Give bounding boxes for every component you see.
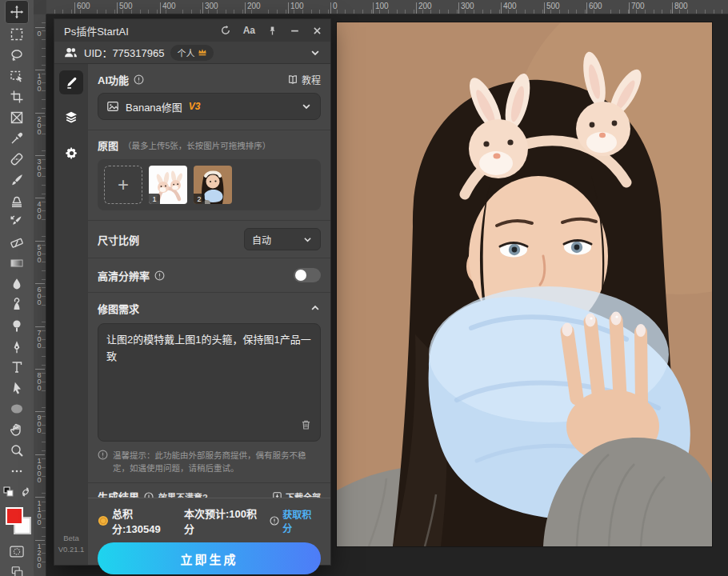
font-size-icon[interactable]: Aa — [243, 25, 255, 36]
panel-footer: 总积分:130549 本次预计:100积分 获取积分 立即生成 — [88, 498, 330, 565]
account-row[interactable]: UID：775317965 个人 — [54, 42, 330, 64]
hd-label: 高清分辨率 — [98, 268, 150, 283]
h-ruler-label: 500 — [546, 2, 560, 10]
info-icon[interactable] — [144, 492, 154, 498]
tool-lasso[interactable] — [0, 45, 34, 66]
horizontal-ruler: 6005004003002001000100200300400500600700… — [34, 0, 728, 14]
tool-frame[interactable] — [0, 107, 34, 128]
portrait-illustration — [337, 22, 712, 546]
h-ruler-label: 200 — [418, 2, 432, 10]
minimize-icon[interactable] — [290, 26, 300, 36]
tool-dodge[interactable] — [0, 315, 34, 336]
beta-version: Beta V0.21.1 — [54, 533, 88, 556]
screen-mode-button[interactable] — [0, 562, 34, 576]
generate-button[interactable]: 立即生成 — [98, 542, 321, 574]
download-icon — [272, 491, 282, 498]
model-name: Banana修图 — [126, 99, 182, 114]
plan-badge[interactable]: 个人 — [170, 45, 214, 61]
h-ruler-label: 800 — [674, 2, 688, 10]
v-ruler-label: 800 — [35, 371, 43, 390]
h-ruler-label: 300 — [205, 2, 218, 10]
zoom-icon — [10, 443, 24, 458]
v-ruler-label: 400 — [35, 200, 43, 219]
image-icon — [106, 100, 119, 113]
h-ruler-label: 100 — [375, 2, 389, 10]
users-icon — [64, 46, 78, 58]
ratio-select[interactable]: 自动 — [244, 228, 321, 250]
tool-pen[interactable] — [0, 336, 34, 357]
tool-type[interactable] — [0, 357, 34, 378]
rail-item-settings[interactable] — [59, 141, 83, 165]
pin-icon[interactable] — [267, 26, 278, 36]
rail-item-edit[interactable] — [59, 70, 83, 94]
crop-icon — [10, 90, 24, 104]
tool-zoom[interactable] — [0, 440, 34, 461]
quick-mask-button[interactable] — [0, 541, 34, 562]
book-icon — [287, 74, 298, 85]
tool-gradient[interactable] — [0, 253, 34, 274]
tool-brush[interactable] — [0, 170, 34, 190]
h-ruler-label: 700 — [631, 2, 645, 10]
tutorial-link[interactable]: 教程 — [287, 73, 321, 86]
v-ruler-label: 1100 — [35, 499, 43, 525]
source-section-title: 原图 — [98, 138, 118, 153]
result-feedback-link[interactable]: 效果不满意? — [158, 490, 208, 498]
tool-clone-stamp[interactable] — [0, 190, 34, 211]
v-ruler-label: 1200 — [35, 542, 43, 568]
path-selection-icon — [10, 381, 24, 395]
tool-crop[interactable] — [0, 86, 34, 107]
hd-toggle[interactable] — [294, 268, 321, 282]
info-icon[interactable] — [154, 270, 165, 281]
pencil-icon — [65, 76, 78, 90]
add-image-button[interactable]: + — [104, 166, 142, 204]
refresh-icon[interactable] — [220, 25, 231, 36]
tool-marquee[interactable] — [0, 24, 34, 45]
panel-titlebar: Ps插件StartAI Aa — [54, 19, 330, 42]
chevron-down-icon[interactable] — [310, 47, 321, 58]
foreground-color-swatch[interactable] — [6, 507, 23, 525]
source-thumb-1[interactable]: 1 — [149, 166, 187, 204]
info-icon[interactable] — [270, 516, 279, 526]
source-thumb-2[interactable]: 2 — [194, 166, 232, 204]
chevron-up-icon[interactable] — [310, 302, 321, 314]
clone-stamp-icon — [10, 194, 24, 208]
h-ruler-label: 0 — [333, 2, 338, 10]
download-all-button[interactable]: 下载全部 — [272, 490, 321, 498]
lasso-icon — [10, 48, 24, 62]
info-icon[interactable] — [134, 74, 144, 85]
ratio-value: 自动 — [252, 233, 302, 246]
tool-eyedropper[interactable] — [0, 128, 34, 149]
h-ruler-label: 400 — [162, 2, 176, 10]
get-credits-link[interactable]: 获取积分 — [282, 507, 321, 534]
color-swatches[interactable] — [0, 506, 34, 541]
tool-smudge[interactable] — [0, 294, 34, 315]
tool-move[interactable] — [0, 0, 34, 24]
tool-object-selection[interactable] — [0, 66, 34, 86]
v-ruler-label: 900 — [35, 414, 43, 433]
info-icon — [98, 450, 108, 475]
close-icon[interactable] — [312, 26, 322, 36]
tool-shape-ellipse[interactable] — [0, 398, 34, 419]
trash-icon[interactable] — [300, 418, 312, 434]
gear-icon — [65, 146, 78, 160]
tool-eraser[interactable] — [0, 232, 34, 253]
pen-icon — [10, 339, 24, 354]
tool-healing-brush[interactable] — [0, 149, 34, 170]
marquee-icon — [10, 27, 24, 42]
chevron-down-icon — [302, 234, 313, 245]
swap-colors-button[interactable] — [0, 482, 34, 502]
tool-blur[interactable] — [0, 274, 34, 294]
tool-history-brush[interactable] — [0, 211, 34, 232]
prompt-textarea[interactable]: 让图2的模特戴上图1的头箍，保持图1产品一致 — [98, 323, 321, 442]
model-version: V3 — [189, 101, 201, 112]
tool-hand[interactable] — [0, 419, 34, 440]
model-select[interactable]: Banana修图 V3 — [98, 93, 321, 120]
rail-item-layers[interactable] — [59, 106, 83, 130]
v-ruler-label: 200 — [35, 115, 43, 134]
tool-more-tools[interactable] — [0, 461, 34, 482]
dodge-icon — [10, 318, 24, 333]
v-ruler-label: 0 — [35, 30, 43, 36]
tool-path-selection[interactable] — [0, 378, 34, 398]
crown-icon — [198, 48, 207, 57]
plan-badge-label: 个人 — [177, 46, 194, 59]
